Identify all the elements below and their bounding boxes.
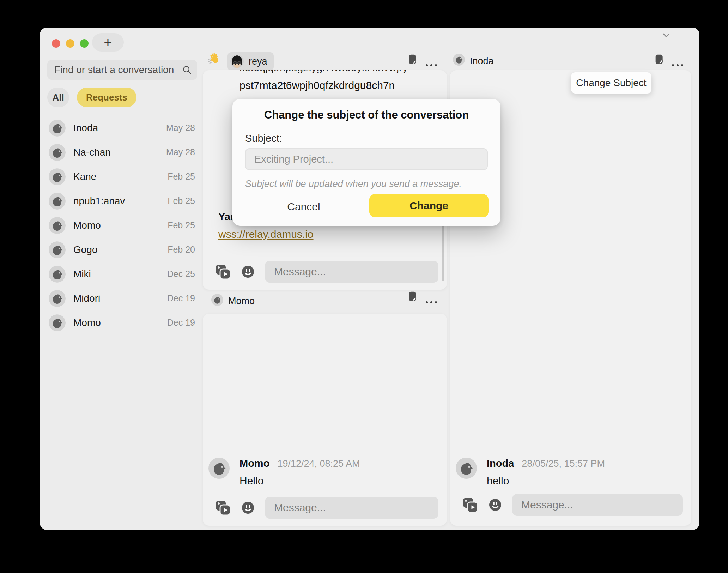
ostrich-avatar-icon <box>49 290 66 307</box>
conversation-row-kane[interactable]: KaneFeb 25 <box>47 164 199 189</box>
zoom-window-button[interactable] <box>80 39 89 48</box>
inoda-media-button[interactable] <box>462 497 478 513</box>
change-subject-dialog: Change the subject of the conversation S… <box>232 99 500 226</box>
ostrich-avatar-icon <box>49 241 66 258</box>
momo-more-options-button[interactable] <box>426 297 437 308</box>
momo-emoji-button[interactable] <box>241 501 255 515</box>
relay-link[interactable]: wss://relay.damus.io <box>218 228 314 240</box>
screenshot-root: + All Requests InodaMay 28 Na-chanMay 2 <box>0 0 728 573</box>
inoda-emoji-button[interactable] <box>488 498 502 512</box>
conversation-row-gogo[interactable]: GogoFeb 20 <box>47 237 199 262</box>
reya-media-button[interactable] <box>215 264 231 280</box>
dialog-title: Change the subject of the conversation <box>232 109 500 121</box>
ostrich-avatar-icon <box>49 217 66 234</box>
emoji-smiley-icon <box>241 501 255 515</box>
chat-title-chip-reya[interactable]: reya <box>228 52 274 71</box>
inoda-more-options-button[interactable] <box>672 60 683 71</box>
npub-line-clipped: k0t0qjqtmpag2lygh4wf00ykzknvwjry <box>239 70 437 77</box>
conversation-filters: All Requests <box>47 88 136 107</box>
filter-requests-tab[interactable]: Requests <box>77 88 136 107</box>
filter-all-tab[interactable]: All <box>47 88 69 107</box>
conversation-row-inoda[interactable]: InodaMay 28 <box>47 116 199 140</box>
momo-message-input[interactable] <box>265 497 438 519</box>
ostrich-avatar-icon <box>49 168 66 185</box>
message-inoda: Inoda 28/05/25, 15:57 PM hello <box>456 458 605 487</box>
subject-note: Subject will be updated when you send a … <box>245 179 462 189</box>
ostrich-avatar-icon <box>453 54 465 66</box>
media-attach-icon <box>462 497 478 513</box>
conversation-row-midori[interactable]: MidoriDec 19 <box>47 286 199 310</box>
ostrich-avatar-icon <box>49 314 66 331</box>
conversation-avatar <box>49 193 66 210</box>
message-timestamp: 19/12/24, 08:25 AM <box>277 458 360 469</box>
conversation-row-npub1anav[interactable]: npub1:anavFeb 25 <box>47 189 199 213</box>
conversation-date: Dec 19 <box>167 293 195 303</box>
conversation-name: Momo <box>73 317 167 328</box>
conversation-list: InodaMay 28 Na-chanMay 28 KaneFeb 25 npu… <box>47 116 199 335</box>
message-timestamp: 28/05/25, 15:57 PM <box>522 458 605 469</box>
ostrich-avatar-icon <box>49 193 66 210</box>
conversation-date: May 28 <box>166 123 195 133</box>
message-text: hello <box>487 475 605 487</box>
message-text: Hello <box>239 475 360 487</box>
ostrich-avatar-icon <box>49 266 66 283</box>
conversation-row-na-chan[interactable]: Na-chanMay 28 <box>47 140 199 164</box>
app-window: + All Requests InodaMay 28 Na-chanMay 2 <box>40 28 699 530</box>
conversation-date: Dec 25 <box>167 269 195 279</box>
conversation-name: Kane <box>73 171 168 182</box>
emoji-smiley-icon <box>488 498 502 512</box>
chat-title-momo: Momo <box>228 296 255 307</box>
conversation-avatar <box>49 217 66 234</box>
reya-avatar <box>230 55 244 68</box>
ellipsis-icon <box>672 60 683 71</box>
new-tab-button[interactable]: + <box>92 33 124 52</box>
wave-icon <box>207 52 220 66</box>
subject-label: Subject: <box>245 133 282 144</box>
ostrich-avatar-icon <box>49 120 66 137</box>
ostrich-avatar-icon <box>208 458 230 479</box>
cancel-button[interactable]: Cancel <box>271 197 336 217</box>
conversation-row-momo[interactable]: MomoFeb 25 <box>47 213 199 237</box>
inoda-message-input[interactable] <box>512 494 683 516</box>
media-attach-icon <box>215 500 231 516</box>
reya-more-options-button[interactable] <box>426 60 437 71</box>
conversation-row-miki[interactable]: MikiDec 25 <box>47 262 199 286</box>
chevron-down-icon[interactable] <box>663 33 670 37</box>
reya-message-input[interactable] <box>265 261 438 283</box>
conversation-date: Feb 25 <box>168 196 195 206</box>
conversation-date: Feb 25 <box>168 220 195 230</box>
inoda-composer <box>462 494 683 516</box>
inoda-change-subject-button[interactable] <box>655 54 664 65</box>
subject-input[interactable] <box>245 148 488 170</box>
momo-media-button[interactable] <box>215 500 231 516</box>
conversation-name: Inoda <box>73 122 166 134</box>
chat-title: reya <box>249 56 267 67</box>
message-avatar <box>456 458 477 487</box>
note-edit-icon <box>408 54 417 65</box>
reya-emoji-button[interactable] <box>241 265 255 279</box>
conversation-name: Miki <box>73 269 167 280</box>
media-attach-icon <box>215 264 231 280</box>
message-avatar <box>208 458 230 487</box>
close-window-button[interactable] <box>52 39 60 48</box>
change-subject-tooltip: Change Subject <box>571 72 651 94</box>
ostrich-avatar-icon <box>456 458 477 479</box>
note-edit-icon <box>655 54 664 65</box>
message-momo: Momo 19/12/24, 08:25 AM Hello <box>208 458 360 487</box>
conversation-avatar <box>49 266 66 283</box>
ellipsis-icon <box>426 297 437 308</box>
emoji-smiley-icon <box>241 265 255 279</box>
momo-change-subject-button[interactable] <box>408 291 417 302</box>
search-input[interactable] <box>54 64 182 76</box>
chat-title-inoda: Inoda <box>470 56 494 67</box>
change-button[interactable]: Change <box>369 194 489 217</box>
conversation-name: Na-chan <box>73 147 166 158</box>
minimize-window-button[interactable] <box>66 39 74 48</box>
momo-composer <box>215 497 438 519</box>
conversation-date: May 28 <box>166 147 195 157</box>
reya-change-subject-button[interactable] <box>408 54 417 65</box>
message-sender: Inoda <box>487 458 514 469</box>
search-conversation-box <box>47 60 197 80</box>
reya-avatar-holder <box>230 55 244 68</box>
conversation-row-momo-2[interactable]: MomoDec 19 <box>47 310 199 335</box>
